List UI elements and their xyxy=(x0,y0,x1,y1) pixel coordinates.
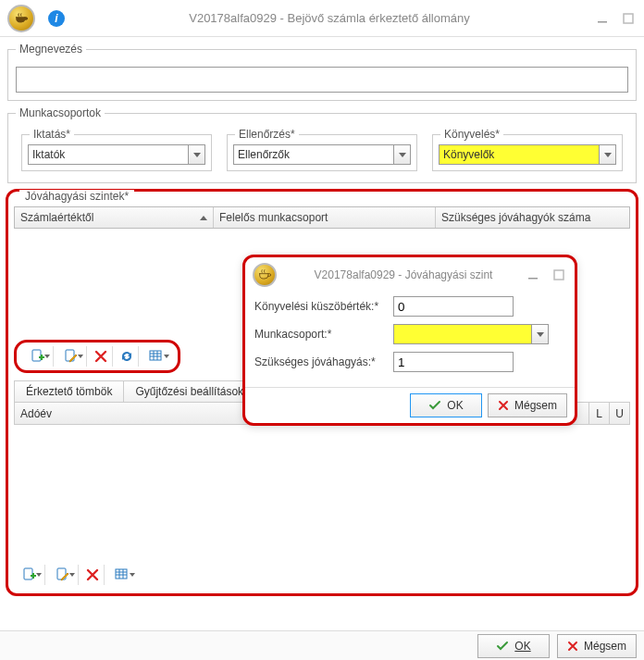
minimize-button[interactable] xyxy=(594,10,611,27)
threshold-input[interactable] xyxy=(393,296,514,317)
megnevezes-legend: Megnevezés xyxy=(16,43,86,56)
iktatas-label: Iktatás* xyxy=(30,128,74,141)
title-bar: i V20178alfa0929 - Bejövő számla érkezte… xyxy=(0,0,644,37)
workgroup-combo[interactable] xyxy=(393,324,549,344)
konyveles-value: Könyvelők xyxy=(443,148,494,161)
dialog-maximize-button[interactable] xyxy=(551,267,567,283)
ellenorzes-group: Ellenőrzés* Ellenőrzők xyxy=(227,134,417,171)
svg-rect-9 xyxy=(554,270,564,280)
chevron-down-icon xyxy=(531,325,548,343)
check-icon xyxy=(428,399,441,412)
konyveles-combo[interactable]: Könyvelők xyxy=(439,144,616,165)
megnevezes-fieldset: Megnevezés xyxy=(7,43,637,101)
dialog-titlebar: V20178alfa0929 - Jóváhagyási szint xyxy=(245,257,575,293)
close-icon xyxy=(498,400,509,411)
svg-rect-7 xyxy=(116,569,127,579)
konyveles-group: Könyvelés* Könyvelők xyxy=(432,134,623,171)
main-ok-button[interactable]: OK xyxy=(477,634,550,658)
approval-toolbar xyxy=(14,340,180,373)
maximize-button[interactable] xyxy=(620,10,637,27)
coffee-icon xyxy=(257,268,272,282)
col-l[interactable]: L xyxy=(588,403,609,424)
check-icon xyxy=(496,640,509,653)
sort-asc-icon xyxy=(200,216,207,220)
new-button-2[interactable] xyxy=(14,565,45,585)
iktatas-group: Iktatás* Iktatók xyxy=(21,134,212,171)
edit-button[interactable] xyxy=(56,346,87,367)
delete-button[interactable] xyxy=(89,346,113,367)
close-icon xyxy=(567,641,578,652)
dialog-minimize-button[interactable] xyxy=(525,267,541,283)
bottom-toolbar xyxy=(14,562,138,588)
threshold-label: Könyvelési küszöbérték:* xyxy=(254,300,393,313)
delete-button-2[interactable] xyxy=(80,565,105,585)
required-approval-input[interactable] xyxy=(393,352,514,372)
svg-rect-1 xyxy=(624,14,633,23)
edit-button-2[interactable] xyxy=(47,565,79,585)
approval-level-dialog: V20178alfa0929 - Jóváhagyási szint Könyv… xyxy=(242,255,577,426)
column-felelos-munkacsoport[interactable]: Felelős munkacsoport xyxy=(214,207,436,228)
tab-erkezteto-tombok[interactable]: Érkeztető tömbök xyxy=(14,380,124,402)
ellenorzes-value: Ellenőrzők xyxy=(238,148,290,161)
new-button[interactable] xyxy=(22,346,54,367)
ellenorzes-combo[interactable]: Ellenőrzők xyxy=(233,144,411,165)
footer: OK Mégsem xyxy=(0,630,644,660)
app-icon xyxy=(253,263,277,287)
chevron-down-icon xyxy=(188,145,204,164)
svg-rect-2 xyxy=(32,350,41,361)
column-szukseges-jovahagyok[interactable]: Szükséges jóváhagyók száma xyxy=(436,207,629,228)
iktatas-value: Iktatók xyxy=(32,148,65,161)
workgroup-label: Munkacsoport:* xyxy=(254,328,393,341)
grid-settings-button-2[interactable] xyxy=(106,565,138,585)
coffee-icon xyxy=(14,11,29,26)
chevron-down-icon xyxy=(599,145,615,164)
approval-table-header: Számlaértéktől Felelős munkacsoport Szük… xyxy=(14,206,630,229)
konyveles-label: Könyvelés* xyxy=(440,128,503,141)
required-approval-label: Szükséges jóváhagyás:* xyxy=(254,355,393,368)
dialog-title: V20178alfa0929 - Jóváhagyási szint xyxy=(282,268,525,281)
svg-rect-0 xyxy=(598,21,607,23)
window-controls xyxy=(594,10,637,27)
refresh-button[interactable] xyxy=(115,346,139,367)
dialog-ok-button[interactable]: OK xyxy=(410,393,482,417)
svg-rect-8 xyxy=(528,278,538,280)
main-cancel-button[interactable]: Mégsem xyxy=(557,634,637,658)
munkacsoportok-fieldset: Munkacsoportok Iktatás* Iktatók Ellenőrz… xyxy=(7,106,637,183)
ellenorzes-label: Ellenőrzés* xyxy=(235,128,299,141)
dialog-cancel-button[interactable]: Mégsem xyxy=(488,393,567,417)
column-szamlaertektol[interactable]: Számlaértéktől xyxy=(15,207,214,228)
tab-gyujtozesi-beallitasok[interactable]: Gyűjtőzési beállítások xyxy=(123,380,255,402)
svg-rect-4 xyxy=(150,351,161,360)
col-u[interactable]: U xyxy=(609,403,629,424)
approval-legend: Jóváhagyási szintek* xyxy=(19,190,134,203)
munkacsoportok-legend: Munkacsoportok xyxy=(16,106,105,119)
grid-settings-button[interactable] xyxy=(141,346,172,367)
info-icon[interactable]: i xyxy=(48,10,65,27)
app-icon xyxy=(7,5,35,32)
megnevezes-input[interactable] xyxy=(16,67,628,93)
chevron-down-icon xyxy=(393,145,410,164)
svg-rect-5 xyxy=(24,568,32,579)
iktatas-combo[interactable]: Iktatók xyxy=(28,144,205,165)
window-title: V20178alfa0929 - Bejövő számla érkeztető… xyxy=(65,11,594,25)
